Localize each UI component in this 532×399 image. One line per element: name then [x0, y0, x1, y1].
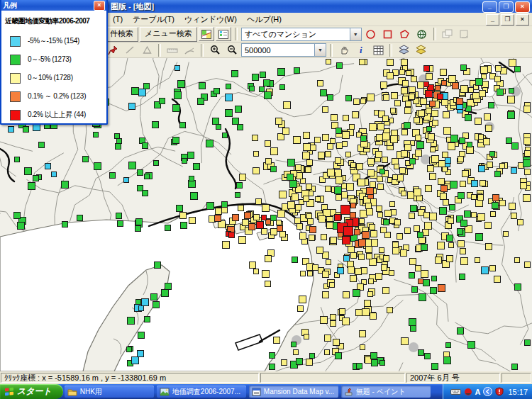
price-point-marker-rise-0-10pct — [306, 184, 312, 190]
menu-item-window[interactable]: ウィンドウ(W) — [179, 13, 242, 26]
price-point-marker-rise-over-02pct — [228, 232, 235, 238]
legend-close-icon[interactable]: × — [94, 1, 105, 11]
taskbar-button-mansion-data-map[interactable]: Mansion Data Map v... — [249, 386, 338, 398]
price-point-marker-rise-0-10pct — [458, 156, 464, 162]
price-point-marker-fall-0-5pct — [418, 349, 424, 356]
price-point-marker-rise-0-10pct — [382, 157, 388, 163]
keyboard-tray-icon[interactable] — [450, 388, 461, 395]
price-point-marker-rise-0-10pct — [325, 151, 331, 157]
scale-select[interactable]: 500000 ▼ — [241, 43, 326, 57]
copy-view-icon[interactable] — [457, 27, 472, 41]
price-point-marker-rise-0-10pct — [494, 276, 501, 283]
layer-select[interactable]: すべてのマンション ▼ — [241, 28, 362, 41]
price-point-marker-rise-0-10pct — [348, 246, 355, 253]
folder-icon — [67, 388, 77, 396]
price-point-marker-fall-0-5pct — [287, 159, 295, 167]
select-rectangle-icon[interactable] — [380, 27, 396, 41]
start-button[interactable]: スタート — [0, 384, 63, 399]
taskbar-button-chika-chousa[interactable]: 地価調査2006-2007... — [157, 386, 246, 398]
pan-hand-icon[interactable] — [336, 43, 352, 57]
legend-window: 凡例 × 近畿圏地価変動率2006-2007 -5%～-15% (154) 0～… — [0, 0, 108, 125]
cascade-windows-icon[interactable] — [440, 27, 455, 41]
price-point-marker-rise-0-10pct — [355, 268, 362, 275]
price-point-marker-rise-over-02pct — [437, 94, 443, 100]
price-point-marker-rise-0-10pct — [253, 269, 259, 274]
price-point-marker-rise-01-02pct — [438, 284, 445, 292]
taskbar-button-nhk[interactable]: NHK用 — [65, 386, 154, 398]
price-point-marker-rise-0-10pct — [443, 127, 451, 135]
price-point-marker-fall-0-5pct — [514, 283, 521, 291]
price-point-marker-rise-over-02pct — [425, 90, 433, 98]
price-point-marker-fall-0-5pct — [426, 126, 432, 132]
select-circle-icon[interactable] — [363, 27, 379, 41]
legend-window-icon[interactable] — [216, 27, 231, 41]
price-point-marker-rise-0-10pct — [300, 271, 306, 276]
minimize-button[interactable]: _ — [482, 1, 497, 13]
price-point-marker-fall-0-5pct — [509, 88, 514, 94]
layers-active-icon[interactable] — [413, 43, 428, 57]
price-point-marker-rise-0-10pct — [446, 255, 453, 262]
price-point-marker-rise-0-10pct — [322, 134, 329, 141]
price-point-marker-fall-0-5pct — [430, 287, 437, 294]
price-point-marker-rise-01-02pct — [309, 226, 316, 233]
globe-icon[interactable] — [414, 27, 430, 41]
legend-titlebar[interactable]: 凡例 × — [1, 0, 106, 11]
price-point-marker-fall-0-5pct — [142, 190, 148, 196]
price-point-marker-rise-0-10pct — [524, 169, 531, 175]
price-point-marker-rise-0-10pct — [350, 275, 357, 282]
price-point-marker-fall-0-5pct — [445, 342, 451, 348]
price-point-marker-fall-0-5pct — [264, 91, 272, 99]
price-point-marker-rise-0-10pct — [331, 114, 338, 121]
map-theme-icon[interactable] — [199, 27, 214, 41]
price-point-marker-fall-0-5pct — [226, 84, 231, 89]
chevron-down-icon[interactable]: ▼ — [350, 28, 361, 40]
menu-search-button[interactable]: メニュー検索 — [140, 27, 197, 42]
app-tray-icon[interactable] — [464, 388, 472, 396]
menu-item-table[interactable]: テーブル(T) — [128, 13, 179, 26]
select-polygon-icon[interactable] — [397, 27, 413, 41]
taskbar-button-paint[interactable]: 無題 - ペイント — [341, 386, 431, 398]
draw-line-icon[interactable] — [122, 43, 138, 57]
price-point-marker-fall-0-5pct — [179, 122, 186, 128]
close-button[interactable]: × — [515, 1, 530, 13]
security-shield-icon[interactable] — [495, 387, 504, 396]
price-point-marker-rise-0-10pct — [360, 99, 366, 104]
draw-polygon-icon[interactable] — [139, 43, 155, 57]
price-point-marker-fall-0-5pct — [379, 360, 385, 366]
price-point-marker-rise-over-02pct — [340, 205, 350, 215]
zoom-in-icon[interactable] — [207, 43, 223, 57]
price-point-marker-rise-0-10pct — [509, 203, 516, 210]
price-point-marker-rise-0-10pct — [281, 359, 287, 366]
station-circle-marker — [409, 342, 419, 352]
price-point-marker-rise-0-10pct — [523, 106, 531, 113]
protractor-icon[interactable] — [182, 43, 197, 57]
attribute-table-icon[interactable] — [370, 43, 386, 57]
mdi-restore-button[interactable]: ❐ — [501, 14, 514, 26]
price-point-marker-rise-0-10pct — [475, 257, 480, 263]
hide-tray-icons-chevron-icon[interactable] — [483, 387, 492, 396]
menu-item-tool[interactable]: (T) — [108, 13, 128, 25]
price-point-marker-rise-0-10pct — [309, 235, 315, 241]
menu-item-help[interactable]: ヘルプ(H) — [242, 13, 287, 26]
restore-button[interactable]: ❐ — [499, 1, 514, 13]
info-icon[interactable]: i — [353, 43, 369, 57]
ruler-icon[interactable] — [165, 43, 180, 57]
price-point-marker-fall-0-5pct — [457, 327, 464, 335]
price-point-marker-rise-0-10pct — [283, 101, 291, 109]
zoom-out-icon[interactable] — [224, 43, 240, 57]
price-point-marker-rise-0-10pct — [304, 334, 309, 339]
price-point-marker-rise-0-10pct — [387, 72, 394, 79]
legend-item: -5%～-15% (154) — [4, 32, 104, 50]
chevron-down-icon[interactable]: ▼ — [314, 44, 326, 56]
price-point-marker-rise-0-10pct — [484, 113, 491, 120]
ime-language-icon[interactable]: A — [475, 388, 481, 396]
condition-search-button[interactable]: 件検索 — [105, 27, 138, 42]
mdi-minimize-button[interactable]: _ — [486, 14, 499, 26]
price-point-marker-rise-0-10pct — [524, 150, 531, 157]
layers-icon[interactable] — [396, 43, 411, 57]
price-point-marker-rise-0-10pct — [377, 212, 383, 218]
price-point-marker-fall-0-5pct — [419, 293, 426, 301]
mdi-close-button[interactable]: × — [516, 14, 529, 26]
price-point-marker-rise-0-10pct — [297, 305, 304, 312]
price-point-marker-fall-0-5pct — [38, 142, 45, 148]
